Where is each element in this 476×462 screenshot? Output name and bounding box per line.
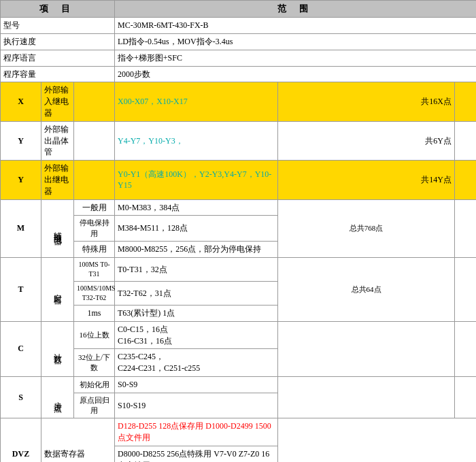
x-range: X00-X07，X10-X17 xyxy=(115,82,278,121)
header-col1: 项 目 xyxy=(1,1,115,18)
exec-speed-label: 执行速度 xyxy=(1,33,115,50)
m-general-range: M0-M383，384点 xyxy=(115,199,278,216)
m-stop-range: M384-M511，128点 xyxy=(115,216,278,242)
c-16up-label: 16位上数 xyxy=(74,321,115,349)
y-out-desc2: 外部输出继电器 xyxy=(41,161,74,199)
m-label: M xyxy=(1,199,41,257)
y-out-total: 共6Y点 xyxy=(278,121,455,160)
m-special-range: M8000-M8255，256点，部分为停电保持 xyxy=(115,242,278,258)
y-out-range2: Y0-Y1（高速100K），Y2-Y3,Y4-Y7，Y10-Y15 xyxy=(115,161,278,199)
model-value: MC-30MR-6MT-430-FX-B xyxy=(115,18,477,34)
s-init-label: 初始化用 xyxy=(74,376,115,393)
y-out-total2: 共14Y点 xyxy=(278,161,455,199)
s-origin-label: 原点回归用 xyxy=(74,393,115,418)
y-label2: Y xyxy=(1,161,41,199)
prog-cap-value: 2000步数 xyxy=(115,66,477,82)
dvz-label: DVZ xyxy=(1,418,41,462)
t-100ms-range: T0-T31，32点 xyxy=(115,257,278,281)
c-counter-label: 计数器 xyxy=(41,321,74,376)
dvz-range1: D128-D255 128点保存用 D1000-D2499 1500点文件用 xyxy=(115,418,278,446)
s-label: S xyxy=(1,376,41,418)
x-total: 共16X点 xyxy=(278,82,455,121)
m-aux-label: 辅助继电器 xyxy=(41,199,74,257)
m-stop-label: 停电保持用 xyxy=(74,216,115,242)
header-col2: 范 围 xyxy=(115,1,477,18)
y-out-desc: 外部输出晶体管 xyxy=(41,121,74,160)
s-step-label: 步进点 xyxy=(41,376,74,418)
dvz-range1-red: D128-D255 128点保存用 D1000-D2499 1500点文件用 xyxy=(118,421,271,442)
y-out-label: Y xyxy=(1,121,41,160)
s-origin-range: S10-S19 xyxy=(115,393,278,418)
t-1ms-label: 1ms xyxy=(74,305,115,321)
prog-cap-label: 程序容量 xyxy=(1,66,115,82)
model-label: 型号 xyxy=(1,18,115,34)
t-timer-label: 定时器 xyxy=(41,257,74,321)
t-100ms10ms-label: 100MS/10MS T32-T62 xyxy=(74,281,115,305)
dvz-range2: D8000-D8255 256点特殊用 V7-V0 Z7-Z0 16点变址用 xyxy=(115,446,278,462)
c-32updown-label: 32位上/下数 xyxy=(74,349,115,377)
t-100ms10ms-range: T32-T62，31点 xyxy=(115,281,278,305)
prog-lang-label: 程序语言 xyxy=(1,50,115,66)
dvz-desc: 数据寄存器 xyxy=(41,418,115,462)
y-out-range: Y4-Y7，Y10-Y3， xyxy=(115,121,278,160)
m-general-label: 一般用 xyxy=(74,199,115,216)
prog-lang-value: 指令+梯形图+SFC xyxy=(115,50,477,66)
c-16up-range: C0-C15，16点 C16-C31，16点 xyxy=(115,321,278,349)
t-total: 总共64点 xyxy=(278,257,455,321)
exec-speed-value: LD指令-0.54us，MOV指令-3.4us xyxy=(115,33,477,50)
x-label: X xyxy=(1,82,41,121)
s-init-range: S0-S9 xyxy=(115,376,278,393)
t-label: T xyxy=(1,257,41,321)
c-label: C xyxy=(1,321,41,376)
t-1ms-range: T63(累计型) 1点 xyxy=(115,305,278,321)
x-desc: 外部输入继电器 xyxy=(41,82,74,121)
x-desc2 xyxy=(74,82,115,121)
m-total: 总共768点 xyxy=(278,199,455,257)
t-100ms-label: 100MS T0-T31 xyxy=(74,257,115,281)
c-32updown-range: C235-C245， C224-C231，C251-c255 xyxy=(115,349,278,377)
m-special-label: 特殊用 xyxy=(74,242,115,258)
